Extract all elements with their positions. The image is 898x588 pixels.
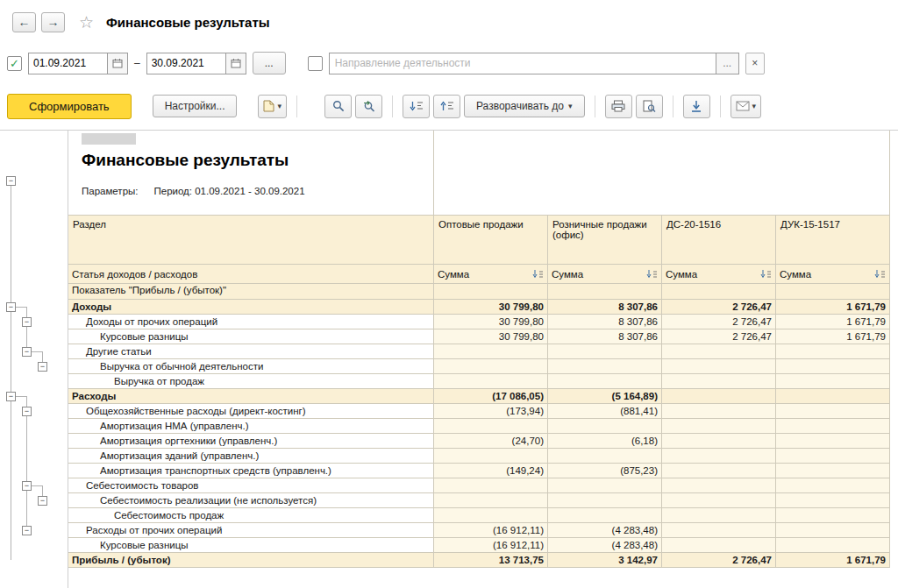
column-header[interactable]: Розничные продажи (офис) [548, 216, 662, 265]
direction-more-button[interactable]: ... [716, 53, 738, 74]
collapse-group-button[interactable]: − [38, 362, 47, 372]
cell-value[interactable] [434, 344, 548, 359]
cancel-search-button[interactable] [355, 95, 382, 118]
cell-value[interactable]: (149,24) [434, 464, 548, 478]
cell-value[interactable] [548, 374, 662, 389]
print-preview-button[interactable] [636, 95, 663, 118]
cell-value[interactable] [548, 359, 662, 374]
cell-value[interactable]: 1 671,79 [776, 553, 890, 568]
cell-value[interactable]: (16 912,11) [434, 523, 548, 538]
collapse-group-button[interactable]: − [6, 176, 16, 186]
cell-value[interactable] [776, 359, 890, 374]
cell-value[interactable] [548, 508, 662, 523]
forward-button[interactable]: → [41, 12, 65, 32]
find-button[interactable] [324, 95, 352, 118]
favorite-star-icon[interactable]: ☆ [79, 12, 94, 32]
direction-checkbox[interactable] [308, 56, 323, 71]
column-header[interactable]: Оптовые продажи [434, 216, 548, 265]
cell-value[interactable]: (4 283,48) [548, 538, 662, 553]
cell-value[interactable]: 30 799,80 [434, 300, 548, 315]
cell-value[interactable]: 1 671,79 [776, 300, 890, 315]
collapse-group-button[interactable]: − [22, 347, 32, 357]
cell-value[interactable] [776, 404, 890, 419]
cell-value[interactable]: 2 726,47 [662, 329, 776, 344]
date-from-calendar-button[interactable] [107, 53, 127, 74]
period-more-button[interactable]: ... [253, 52, 286, 74]
cell-value[interactable] [662, 493, 776, 508]
cell-value[interactable] [434, 449, 548, 464]
cell-value[interactable]: 2 726,47 [662, 553, 776, 568]
cell-value[interactable] [662, 508, 776, 523]
cell-value[interactable] [548, 449, 662, 464]
print-button[interactable] [605, 95, 632, 118]
cell-value[interactable] [434, 493, 548, 508]
row-label[interactable]: Доходы от прочих операций [68, 315, 434, 329]
cell-value[interactable] [548, 344, 662, 359]
cell-value[interactable]: 3 142,97 [548, 553, 662, 568]
cell-value[interactable] [776, 344, 890, 359]
report-variants-button[interactable]: ▾ [258, 95, 287, 118]
cell-value[interactable]: (4 283,48) [548, 523, 662, 538]
row-label[interactable]: Другие статьи [68, 344, 434, 359]
cell-value[interactable] [662, 374, 776, 389]
row-label[interactable]: Выручка от продаж [68, 374, 434, 389]
cell-value[interactable] [434, 478, 548, 493]
row-label[interactable]: Расходы от прочих операций [68, 523, 434, 538]
cell-value[interactable]: (16 912,11) [434, 538, 548, 553]
row-header-cell[interactable]: Статья доходов / расходов [68, 265, 434, 284]
row-label[interactable]: Себестоимость товаров [68, 478, 434, 493]
row-label[interactable]: Общехозяйственные расходы (директ-костин… [68, 404, 434, 419]
amount-header-cell[interactable]: Сумма [662, 265, 776, 284]
cell-value[interactable]: (6,18) [548, 434, 662, 449]
amount-header-cell[interactable]: Сумма [434, 265, 548, 284]
cell-value[interactable] [776, 464, 890, 478]
sort-descending-icon[interactable] [760, 269, 772, 279]
cell-value[interactable] [662, 434, 776, 449]
collapse-group-button[interactable]: − [22, 407, 32, 416]
cell-value[interactable] [662, 478, 776, 493]
row-label[interactable]: Себестоимость продаж [68, 508, 434, 523]
back-button[interactable]: ← [12, 12, 36, 32]
cell-value[interactable] [776, 449, 890, 464]
direction-input[interactable] [330, 53, 716, 74]
cell-value[interactable]: (173,94) [434, 404, 548, 419]
cell-value[interactable]: (5 164,89) [548, 389, 662, 404]
cell-value[interactable]: 8 307,86 [548, 315, 662, 329]
cell-value[interactable]: 1 671,79 [776, 329, 890, 344]
cell-value[interactable]: (881,41) [548, 404, 662, 419]
cell-value[interactable]: 2 726,47 [662, 315, 776, 329]
cell-value[interactable] [434, 419, 548, 434]
collapse-group-button[interactable]: − [6, 392, 16, 401]
cell-value[interactable] [434, 374, 548, 389]
generate-button[interactable]: Сформировать [7, 94, 132, 119]
collapse-groups-button[interactable] [403, 95, 430, 118]
row-label[interactable]: Себестоимость реализации (не используетс… [68, 493, 434, 508]
cell-value[interactable]: 13 713,75 [434, 553, 548, 568]
cell-value[interactable] [776, 538, 890, 553]
date-to-calendar-button[interactable] [225, 53, 246, 74]
cell-value[interactable]: 8 307,86 [548, 329, 662, 344]
expand-groups-button[interactable] [433, 95, 460, 118]
sort-descending-icon[interactable] [646, 269, 658, 279]
date-from-input[interactable] [29, 53, 107, 74]
cell-value[interactable] [662, 449, 776, 464]
cell-value[interactable]: (24,70) [434, 434, 548, 449]
collapse-group-button[interactable]: − [22, 481, 32, 491]
cell-value[interactable] [548, 493, 662, 508]
column-header[interactable]: ДУК-15-1517 [776, 216, 890, 265]
settings-button[interactable]: Настройки... [153, 95, 238, 117]
collapse-group-button[interactable]: − [22, 526, 32, 535]
cell-value[interactable] [662, 344, 776, 359]
row-label[interactable]: Амортизация транспортных средств (управл… [68, 464, 434, 478]
cell-value[interactable] [776, 508, 890, 523]
period-checkbox[interactable]: ✓ [7, 56, 22, 71]
indicator-header-cell[interactable]: Показатель "Прибыль / (убыток)" [68, 284, 434, 300]
cell-value[interactable]: 8 307,86 [548, 300, 662, 315]
collapse-group-button[interactable]: − [6, 302, 16, 312]
cell-value[interactable] [776, 374, 890, 389]
cell-value[interactable] [662, 464, 776, 478]
row-label[interactable]: Расходы [68, 389, 434, 404]
cell-value[interactable] [776, 419, 890, 434]
section-header-cell[interactable]: Раздел [68, 216, 434, 265]
cell-value[interactable]: 2 726,47 [662, 300, 776, 315]
